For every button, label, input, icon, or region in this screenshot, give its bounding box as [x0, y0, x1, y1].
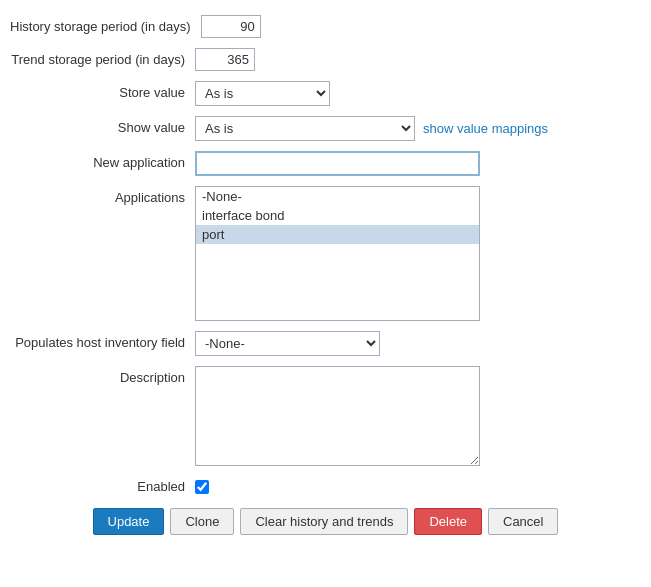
trend-period-row: Trend storage period (in days) 365 — [10, 48, 641, 71]
applications-label: Applications — [10, 186, 195, 205]
show-value-control: As isDelta (speed per second)Delta (spee… — [195, 116, 641, 141]
app-item-port[interactable]: port — [196, 225, 479, 244]
store-value-label: Store value — [10, 81, 195, 100]
app-item-none[interactable]: -None- — [196, 187, 479, 206]
clear-history-button[interactable]: Clear history and trends — [240, 508, 408, 535]
store-value-select[interactable]: As isDelta (speed per second)Delta (spee… — [195, 81, 330, 106]
description-control — [195, 366, 641, 469]
store-value-control: As isDelta (speed per second)Delta (spee… — [195, 81, 641, 106]
cancel-button[interactable]: Cancel — [488, 508, 558, 535]
new-application-control — [195, 151, 641, 176]
clone-button[interactable]: Clone — [170, 508, 234, 535]
trend-period-label: Trend storage period (in days) — [10, 48, 195, 67]
description-row: Description — [10, 366, 641, 469]
populates-label: Populates host inventory field — [10, 331, 195, 350]
trend-period-input[interactable]: 365 — [195, 48, 255, 71]
history-period-input[interactable]: 90 — [201, 15, 261, 38]
delete-button[interactable]: Delete — [414, 508, 482, 535]
store-value-row: Store value As isDelta (speed per second… — [10, 81, 641, 106]
enabled-row: Enabled — [10, 479, 641, 494]
history-period-row: History storage period (in days) 90 — [10, 15, 641, 38]
applications-list[interactable]: -None- interface bond port — [195, 186, 480, 321]
populates-select[interactable]: -None- — [195, 331, 380, 356]
enabled-label: Enabled — [10, 479, 195, 494]
description-textarea[interactable] — [195, 366, 480, 466]
enabled-checkbox[interactable] — [195, 480, 209, 494]
trend-period-control: 365 — [195, 48, 641, 71]
show-value-label: Show value — [10, 116, 195, 135]
new-application-row: New application — [10, 151, 641, 176]
new-application-label: New application — [10, 151, 195, 170]
history-period-label: History storage period (in days) — [10, 15, 201, 34]
description-label: Description — [10, 366, 195, 385]
history-period-control: 90 — [201, 15, 641, 38]
new-application-input[interactable] — [195, 151, 480, 176]
applications-control: -None- interface bond port — [195, 186, 641, 321]
show-value-row: Show value As isDelta (speed per second)… — [10, 116, 641, 141]
button-row: Update Clone Clear history and trends De… — [10, 508, 641, 535]
show-value-mappings-link[interactable]: show value mappings — [423, 121, 548, 136]
show-value-select[interactable]: As isDelta (speed per second)Delta (spee… — [195, 116, 415, 141]
update-button[interactable]: Update — [93, 508, 165, 535]
applications-row: Applications -None- interface bond port — [10, 186, 641, 321]
app-item-interface-bond[interactable]: interface bond — [196, 206, 479, 225]
populates-control: -None- — [195, 331, 641, 356]
populates-row: Populates host inventory field -None- — [10, 331, 641, 356]
